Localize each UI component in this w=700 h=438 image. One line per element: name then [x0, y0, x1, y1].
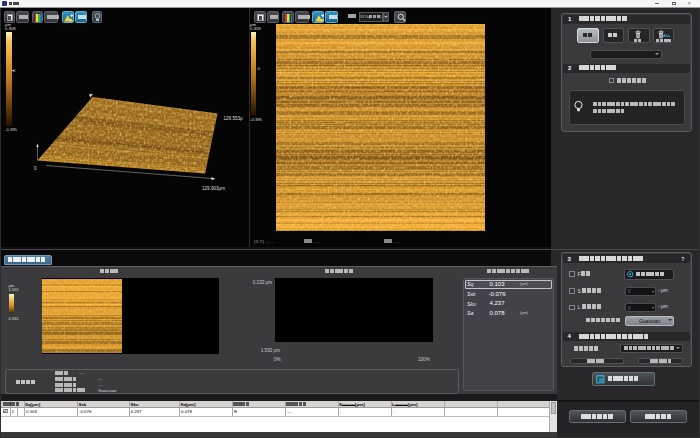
svg-text:129.553μ: 129.553μ [224, 116, 244, 121]
svg-text:0: 0 [34, 166, 37, 171]
svg-text:129.903μm: 129.903μm [202, 186, 225, 191]
